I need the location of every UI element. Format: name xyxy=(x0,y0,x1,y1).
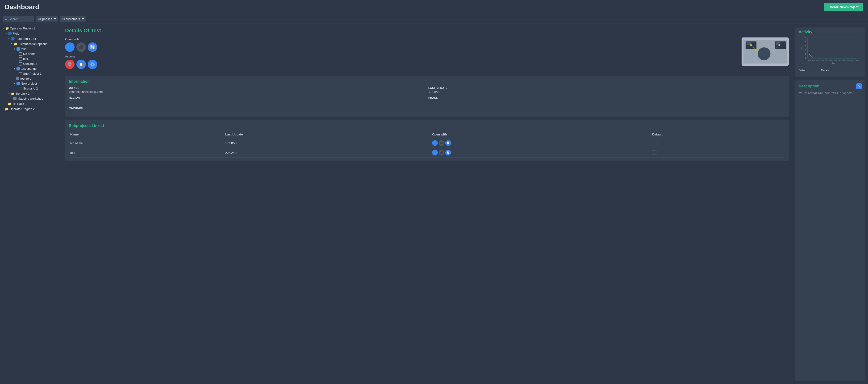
sidebar-item-futureon-test[interactable]: ▼👤Futureon TEST xyxy=(0,36,61,41)
owner-value: chameleon@fieldap.com xyxy=(69,90,102,94)
folder-icon: 📁 xyxy=(5,26,9,30)
phase-field: PHASE - xyxy=(428,96,785,103)
main-layout: ▼📁Operator Region 1▼👤Field▼👤Futureon TES… xyxy=(0,24,868,384)
sidebar-item-operator-region-1[interactable]: ▼📁Operator Region 1 xyxy=(0,26,61,31)
svg-text:12/21: 12/21 xyxy=(808,60,811,61)
row-refresh-button[interactable]: 🔄 xyxy=(445,140,451,146)
sidebar-item-label: No name xyxy=(23,52,36,56)
sidebar-item-field[interactable]: ▼👤Field xyxy=(0,31,61,36)
toggle-btn[interactable]: ▼ xyxy=(7,37,10,40)
region-label: REGION xyxy=(69,96,426,99)
subprojects-title: Subprojects Linked xyxy=(69,124,785,128)
default-indicator xyxy=(652,150,656,154)
sidebar-item-test-change[interactable]: ▼test change xyxy=(0,66,61,71)
sidebar-item-scenario-2[interactable]: Scenario 2 xyxy=(0,86,61,91)
sidebar-item-no-name[interactable]: No name xyxy=(0,51,61,56)
action-icons: 🗑️ 📋 ⚙️ xyxy=(65,60,737,69)
create-new-project-button[interactable]: Create New Project xyxy=(824,3,863,11)
header: Dashboard Create New Project xyxy=(0,0,868,14)
toggle-btn[interactable]: ▼ xyxy=(7,92,10,95)
open-refresh-button[interactable]: 🔄 xyxy=(88,42,97,52)
activity-chart: 0 2 4 6 8 10 Logs xyxy=(799,36,862,65)
sidebar-item-label: test xyxy=(23,57,28,61)
members-field: MEMBERS - xyxy=(69,106,785,113)
scenario-icon xyxy=(19,72,22,75)
svg-text:8: 8 xyxy=(805,41,806,42)
sidebar-item-tie-back-1[interactable]: 📁Tie Back 1 xyxy=(0,101,61,106)
information-title: Information xyxy=(69,79,785,83)
svg-text:4: 4 xyxy=(805,49,806,50)
sidebar-item-concept-2[interactable]: Concept 2 xyxy=(0,61,61,66)
description-box: Description ✏️ No description for this p… xyxy=(795,80,865,381)
settings-button[interactable]: ⚙️ xyxy=(88,60,97,69)
main-panel: Details Of Test Open with 🌐 ⬛ 🔄 Actions xyxy=(61,24,793,384)
sidebar-item-operator-region-2[interactable]: 📁Operator Region 2 xyxy=(0,106,61,111)
col-name: Name xyxy=(69,131,224,138)
subproject-date: 17/08/22 xyxy=(224,138,431,148)
actions-section: Actions 🗑️ 📋 ⚙️ xyxy=(65,55,737,69)
sidebar-item-test-role[interactable]: test role xyxy=(0,76,61,81)
toggle-btn[interactable]: ▼ xyxy=(13,67,16,70)
toggle-btn[interactable]: ▼ xyxy=(13,82,16,85)
row-dark-button[interactable]: ⬛ xyxy=(439,150,444,155)
info-grid: OWNER chameleon@fieldap.com LAST UPDATE … xyxy=(69,86,785,113)
phases-filter[interactable]: All phases xyxy=(36,16,58,22)
sidebar-item-test[interactable]: ▼test xyxy=(0,46,61,51)
phase-label: PHASE xyxy=(428,96,785,99)
sidebar-item-label: Electrification options xyxy=(19,42,48,46)
svg-text:02/22: 02/22 xyxy=(816,60,819,61)
svg-text:2: 2 xyxy=(805,53,806,55)
project-blue-icon xyxy=(17,47,20,50)
open-dark-button[interactable]: ⬛ xyxy=(76,42,86,52)
row-dark-button[interactable]: ⬛ xyxy=(439,140,444,146)
person-icon: 👤 xyxy=(11,37,14,40)
sidebar-item-electrification-options[interactable]: ▼📁Electrification options xyxy=(0,41,61,46)
sidebar-item-label: Sub Project 1 xyxy=(23,72,41,75)
svg-text:09/22: 09/22 xyxy=(847,60,850,61)
sidebar-item-mapping-workshop[interactable]: Mapping workshop xyxy=(0,96,61,101)
toggle-btn[interactable]: ▼ xyxy=(2,27,5,30)
sidebar-item-sub-project-1[interactable]: Sub Project 1 xyxy=(0,71,61,76)
edit-description-button[interactable]: ✏️ xyxy=(856,83,862,89)
open-globe-button[interactable]: 🌐 xyxy=(65,42,74,52)
folder-icon: 📁 xyxy=(7,102,11,106)
svg-rect-5 xyxy=(747,42,751,45)
sidebar-item-label: test role xyxy=(20,77,31,80)
delete-button[interactable]: 🗑️ xyxy=(65,60,74,69)
sidebar-item-label: Futureon TEST xyxy=(16,37,36,40)
description-header: Description ✏️ xyxy=(799,83,862,89)
scenario-icon xyxy=(19,62,22,66)
sidebar-item-label: Field xyxy=(13,32,19,35)
sidebar-item-tie-back-2[interactable]: ▼📁Tie back 2 xyxy=(0,91,61,96)
row-globe-button[interactable]: 🌐 xyxy=(432,140,438,146)
toggle-btn[interactable]: ▼ xyxy=(10,42,13,45)
search-icon xyxy=(5,18,8,21)
sidebar-item-label: Tie Back 1 xyxy=(12,102,27,106)
svg-text:05/22: 05/22 xyxy=(829,60,833,61)
sidebar-item-new-project[interactable]: ▼New project xyxy=(0,81,61,86)
region-field: REGION - xyxy=(69,96,426,103)
copy-button[interactable]: 📋 xyxy=(76,60,86,69)
svg-text:6: 6 xyxy=(805,45,806,47)
sidebar-item-test-scenario[interactable]: test xyxy=(0,56,61,61)
scenario-icon xyxy=(19,57,22,61)
phase-value: - xyxy=(428,100,429,103)
open-with-icons: 🌐 ⬛ 🔄 xyxy=(65,42,737,52)
toggle-btn[interactable]: ▼ xyxy=(13,47,16,50)
svg-point-12 xyxy=(778,44,780,46)
last-update-value: 17/08/22 xyxy=(428,90,440,94)
project-gray-icon xyxy=(16,77,19,80)
subproject-open-with: 🌐 ⬛ 🔄 xyxy=(431,148,651,158)
description-title: Description xyxy=(799,84,819,88)
row-globe-button[interactable]: 🌐 xyxy=(432,150,438,155)
activity-table-header: Date Details xyxy=(799,67,862,74)
project-preview xyxy=(742,37,789,66)
row-refresh-button[interactable]: 🔄 xyxy=(445,150,451,155)
search-input[interactable] xyxy=(9,17,32,21)
sidebar-item-label: Concept 2 xyxy=(23,62,37,66)
actions-label: Actions xyxy=(65,55,737,58)
page-title: Dashboard xyxy=(5,3,39,11)
customers-filter[interactable]: All customers xyxy=(60,16,86,22)
sidebar-item-label: Operator Region 2 xyxy=(9,107,35,111)
toggle-btn[interactable]: ▼ xyxy=(5,32,7,35)
